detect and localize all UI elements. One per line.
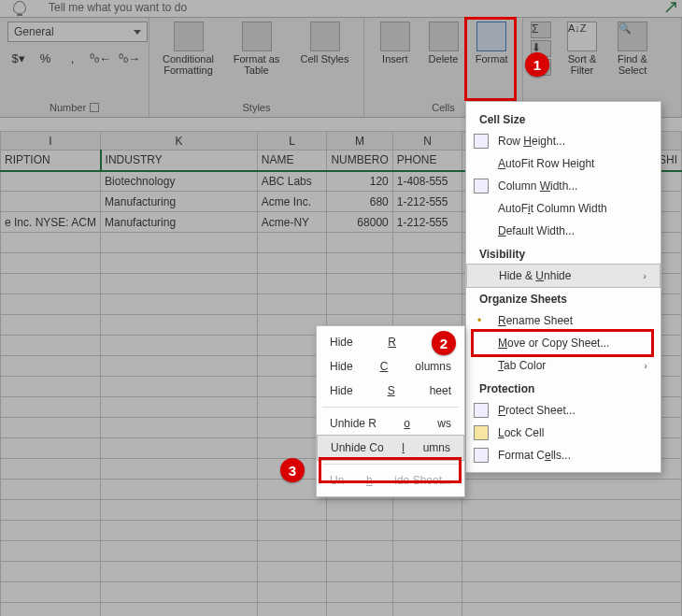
menu-default-width[interactable]: Default Width... xyxy=(466,220,661,242)
menu-column-width[interactable]: Column Width... xyxy=(466,175,661,197)
format-cells-icon xyxy=(474,448,489,463)
badge-3: 3 xyxy=(280,458,305,482)
autosum-icon[interactable]: Σ xyxy=(531,21,551,38)
styles-group-label: Styles xyxy=(243,102,271,113)
sort-filter-icon: A↓Z xyxy=(567,21,597,51)
col-header: M xyxy=(327,132,392,150)
conditional-formatting-icon xyxy=(174,21,204,51)
menu-hide-sheet[interactable]: Hide Sheet xyxy=(317,379,464,403)
format-as-table-button[interactable]: Format as Table xyxy=(225,21,288,76)
badge-2: 2 xyxy=(432,331,456,355)
format-icon xyxy=(476,21,506,51)
conditional-formatting-button[interactable]: Conditional Formatting xyxy=(157,21,220,76)
find-icon: 🔍 xyxy=(618,21,647,51)
col-header: N xyxy=(392,132,462,150)
lock-cell-icon xyxy=(474,425,489,440)
cell-styles-icon xyxy=(310,21,340,51)
col-header: I xyxy=(1,132,101,150)
sort-filter-button[interactable]: A↓ZSort & Filter xyxy=(559,21,605,76)
tell-me-area[interactable]: Tell me what you want to do xyxy=(13,0,187,15)
col-header: K xyxy=(101,132,258,150)
menu-unhide-columns[interactable]: Unhide Columns xyxy=(317,435,464,461)
badge-1: 1 xyxy=(525,52,549,77)
format-menu: Cell Size Row Height... AutoFit Row Heig… xyxy=(465,101,661,473)
menu-unhide-rows[interactable]: Unhide Rows xyxy=(317,411,464,436)
menu-autofit-row[interactable]: AutoFit Row Height xyxy=(466,152,661,175)
lightbulb-icon xyxy=(13,1,26,14)
menu-format-cells[interactable]: Format Cells... xyxy=(466,444,661,466)
menu-rename-sheet[interactable]: •Rename Sheet xyxy=(466,309,661,332)
format-as-table-icon xyxy=(242,21,272,51)
percent-button[interactable]: % xyxy=(35,48,56,68)
share-icon[interactable] xyxy=(663,0,678,15)
menu-lock-cell[interactable]: Lock Cell xyxy=(466,422,661,444)
cells-group-label: Cells xyxy=(432,102,454,113)
insert-button[interactable]: Insert xyxy=(372,21,419,64)
number-format-value: General xyxy=(14,25,54,38)
cell-styles-button[interactable]: Cell Styles xyxy=(293,21,356,76)
submenu-arrow-icon: › xyxy=(643,270,646,281)
menu-protect-sheet[interactable]: Protect Sheet... xyxy=(466,399,661,422)
insert-icon xyxy=(380,21,410,51)
row-height-icon xyxy=(474,134,489,149)
menu-heading-visibility: Visibility xyxy=(466,242,661,265)
protect-sheet-icon xyxy=(474,403,489,418)
menu-tab-color[interactable]: Tab Color› xyxy=(466,354,661,377)
menu-row-height[interactable]: Row Height... xyxy=(466,130,661,152)
menu-heading-organize: Organize Sheets xyxy=(466,287,661,309)
delete-button[interactable]: Delete xyxy=(420,21,467,64)
menu-hide-columns[interactable]: Hide Columns xyxy=(317,354,464,379)
delete-icon xyxy=(429,21,459,51)
number-group-label: Number xyxy=(50,102,86,113)
menu-heading-cellsize: Cell Size xyxy=(466,107,661,130)
submenu-arrow-icon: › xyxy=(644,360,647,371)
format-button[interactable]: Format xyxy=(468,21,515,64)
increase-decimal-button[interactable]: ⁰₀← xyxy=(89,48,112,68)
chevron-down-icon xyxy=(134,30,141,35)
column-width-icon xyxy=(474,179,489,193)
decrease-decimal-button[interactable]: ⁰₀→ xyxy=(118,48,141,68)
col-header: L xyxy=(257,132,327,150)
number-group: General $▾ % , ⁰₀← ⁰₀→ Number xyxy=(0,18,149,117)
number-launcher-icon[interactable] xyxy=(90,103,99,112)
menu-move-copy[interactable]: Move or Copy Sheet... xyxy=(466,332,661,354)
comma-button[interactable]: , xyxy=(62,48,83,68)
menu-autofit-column[interactable]: AutoFit Column Width xyxy=(466,197,661,220)
find-select-button[interactable]: 🔍Find & Select xyxy=(609,21,656,76)
menu-heading-protection: Protection xyxy=(466,377,661,399)
menu-hide-unhide[interactable]: Hide & Unhide› xyxy=(466,264,661,288)
number-format-select[interactable]: General xyxy=(7,21,148,42)
styles-group: Conditional Formatting Format as Table C… xyxy=(149,18,364,117)
tell-me-text: Tell me what you want to do xyxy=(49,1,187,14)
accounting-button[interactable]: $▾ xyxy=(7,48,29,68)
menu-unhide-sheet: Unhide Sheet... xyxy=(317,468,464,493)
